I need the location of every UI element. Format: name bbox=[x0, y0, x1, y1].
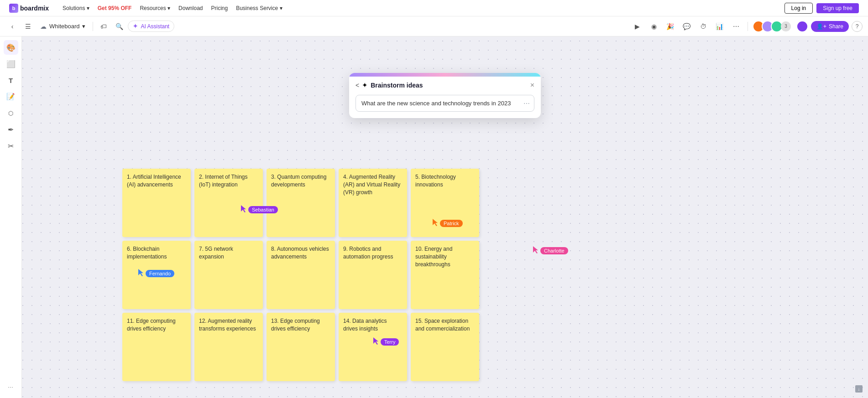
nav-business[interactable]: Business Service ▾ bbox=[236, 5, 282, 11]
cursor-patrick: Patrick bbox=[433, 219, 463, 228]
nav-download[interactable]: Download bbox=[178, 5, 203, 11]
tool-palette[interactable]: 🎨 bbox=[4, 40, 18, 55]
cursor-arrow-fernando bbox=[138, 269, 144, 276]
login-button[interactable]: Log in bbox=[784, 3, 813, 14]
svg-marker-1 bbox=[433, 219, 438, 226]
toolbar-right: ▶ ◉ 🎉 💬 ⏱ 📊 ⋯ 3 👤+ Share ? bbox=[631, 20, 863, 33]
back-button[interactable]: ‹ bbox=[5, 20, 19, 33]
cursor-sebastian: Sebastian bbox=[241, 205, 278, 214]
comment-button[interactable]: 💬 bbox=[680, 20, 694, 33]
logo-icon: b bbox=[9, 4, 18, 13]
tag-button[interactable]: 🏷 bbox=[97, 20, 110, 33]
divider-1 bbox=[93, 22, 93, 31]
nav-sale[interactable]: Get 95% OFF bbox=[98, 5, 132, 11]
sticky-note-11[interactable]: 11. Edge computing drives efficiency bbox=[122, 313, 191, 381]
tool-pen[interactable]: ✒ bbox=[4, 122, 18, 137]
cursor-arrow-terry bbox=[373, 337, 379, 345]
tool-eraser[interactable]: ✂ bbox=[4, 139, 18, 153]
sticky-note-9[interactable]: 9. Robotics and automation progress bbox=[339, 241, 407, 309]
share-button[interactable]: 👤+ Share bbox=[811, 21, 849, 32]
sticky-note-15[interactable]: 15. Space exploration and commercializat… bbox=[411, 313, 479, 381]
chart-button[interactable]: 📊 bbox=[713, 20, 727, 33]
help-button[interactable]: ? bbox=[852, 21, 863, 32]
sticky-note-13[interactable]: 13. Edge computing drives efficiency bbox=[267, 313, 335, 381]
svg-marker-4 bbox=[373, 337, 378, 345]
tool-more[interactable]: ··· bbox=[4, 380, 18, 394]
dialog-header: < ✦ Brainstorm ideas × bbox=[349, 77, 541, 93]
left-sidebar: 🎨 ⬜ T 📝 ⬡ ✒ ✂ ··· bbox=[0, 36, 22, 398]
input-send-icon: ⋯ bbox=[523, 100, 530, 107]
whiteboard-title[interactable]: ☁ Whiteboard ▾ bbox=[37, 21, 89, 32]
cloud-icon: ☁ bbox=[40, 23, 47, 30]
cursor-charlotte: Charlotte bbox=[533, 246, 568, 255]
nav-solutions[interactable]: Solutions ▾ bbox=[63, 5, 89, 11]
signup-button[interactable]: Sign up free bbox=[816, 3, 859, 13]
nav-resources[interactable]: Resources ▾ bbox=[140, 5, 170, 11]
ai-dialog-icon: ✦ bbox=[362, 81, 368, 89]
sticky-note-14[interactable]: 14. Data analytics drives insights bbox=[339, 313, 407, 381]
share-icon: 👤+ bbox=[816, 23, 826, 30]
sticky-note-1[interactable]: 1. Artificial Intelligence (AI) advancem… bbox=[122, 169, 191, 237]
tool-text[interactable]: T bbox=[4, 73, 18, 88]
cursor-arrow-patrick bbox=[433, 219, 438, 226]
tool-shape[interactable]: ⬡ bbox=[4, 106, 18, 120]
dialog-input-area: ⋯ bbox=[349, 93, 541, 118]
svg-marker-3 bbox=[533, 246, 538, 253]
avatar-count: 3 bbox=[781, 21, 791, 31]
toolbar: ‹ ☰ ☁ Whiteboard ▾ 🏷 🔍 ✦ AI Assistant ▶ … bbox=[0, 16, 868, 36]
brainstorm-dialog: < ✦ Brainstorm ideas × ⋯ bbox=[349, 73, 541, 118]
dialog-title-area: < ✦ Brainstorm ideas bbox=[356, 81, 423, 89]
tool-frame[interactable]: ⬜ bbox=[4, 57, 18, 71]
top-navigation: b boardmix Solutions ▾ Get 95% OFF Resou… bbox=[0, 0, 868, 16]
svg-marker-0 bbox=[241, 205, 246, 212]
cursor-arrow-charlotte bbox=[533, 246, 539, 253]
svg-marker-2 bbox=[138, 269, 143, 276]
nav-right: Log in Sign up free bbox=[784, 3, 859, 14]
dialog-gradient bbox=[349, 73, 541, 77]
dialog-close-button[interactable]: × bbox=[530, 81, 534, 89]
logo-text: boardmix bbox=[20, 5, 49, 12]
scroll-to-bottom[interactable]: ↓ bbox=[855, 385, 863, 393]
cursor-fernando: Fernando bbox=[138, 269, 174, 278]
menu-button[interactable]: ☰ bbox=[21, 20, 35, 33]
divider-2 bbox=[748, 22, 748, 31]
ai-assistant-button[interactable]: ✦ AI Assistant bbox=[128, 21, 174, 32]
timer-button[interactable]: ⏱ bbox=[696, 20, 710, 33]
sticky-notes-grid: 1. Artificial Intelligence (AI) advancem… bbox=[122, 169, 479, 381]
sticky-note-4[interactable]: 4. Augmented Reality (AR) and Virtual Re… bbox=[339, 169, 407, 237]
canvas-area: < ✦ Brainstorm ideas × ⋯ 1. Artificial I… bbox=[22, 36, 868, 398]
sticky-note-8[interactable]: 8. Autonomous vehicles advancements bbox=[267, 241, 335, 309]
cursor-tag-patrick: Patrick bbox=[440, 220, 463, 227]
nav-left: b boardmix Solutions ▾ Get 95% OFF Resou… bbox=[9, 4, 282, 13]
scroll-indicator: ↓ bbox=[855, 385, 863, 393]
nav-links: Solutions ▾ Get 95% OFF Resources ▾ Down… bbox=[63, 5, 282, 11]
sticky-note-10[interactable]: 10. Energy and sustainability breakthrou… bbox=[411, 241, 479, 309]
tool-sticky[interactable]: 📝 bbox=[4, 89, 18, 104]
more-button[interactable]: ⋯ bbox=[729, 20, 743, 33]
ai-icon: ✦ bbox=[133, 23, 138, 30]
cursor-tag-fernando: Fernando bbox=[146, 270, 174, 277]
search-button[interactable]: 🔍 bbox=[112, 20, 126, 33]
ai-assistant-label: AI Assistant bbox=[141, 23, 169, 30]
sticky-note-2[interactable]: 2. Internet of Things (IoT) integration bbox=[194, 169, 263, 237]
nav-pricing[interactable]: Pricing bbox=[211, 5, 228, 11]
share-label: Share bbox=[829, 23, 843, 30]
play-button[interactable]: ▶ bbox=[631, 20, 644, 33]
cursor-tag-sebastian: Sebastian bbox=[248, 206, 278, 213]
sticky-note-7[interactable]: 7. 5G network expansion bbox=[194, 241, 263, 309]
brainstorm-input[interactable] bbox=[356, 95, 534, 112]
dropdown-icon: ▾ bbox=[82, 23, 85, 30]
present-button[interactable]: ◉ bbox=[647, 20, 661, 33]
logo[interactable]: b boardmix bbox=[9, 4, 49, 13]
avatar-group: 3 bbox=[753, 21, 791, 32]
dialog-input-wrap: ⋯ bbox=[356, 95, 534, 112]
sticky-note-3[interactable]: 3. Quantum computing developments bbox=[267, 169, 335, 237]
celebration-button[interactable]: 🎉 bbox=[664, 20, 677, 33]
whiteboard-label: Whiteboard bbox=[49, 23, 79, 30]
cursor-arrow-sebastian bbox=[241, 205, 246, 212]
cursor-tag-terry: Terry bbox=[381, 338, 399, 346]
sticky-note-12[interactable]: 12. Augmented reality transforms experie… bbox=[194, 313, 263, 381]
cursor-terry: Terry bbox=[373, 337, 399, 346]
cursor-tag-charlotte: Charlotte bbox=[540, 247, 568, 254]
dialog-back-button[interactable]: < bbox=[356, 82, 359, 89]
